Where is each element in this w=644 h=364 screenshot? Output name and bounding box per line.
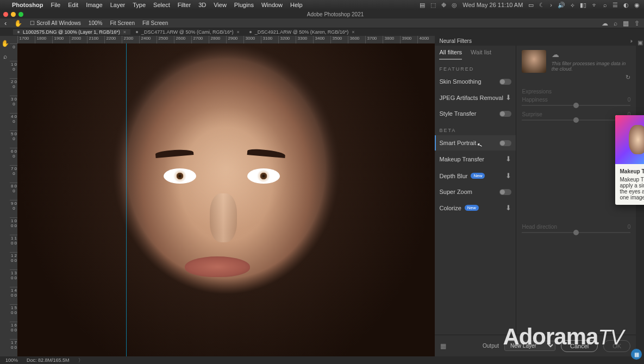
tab-all-filters[interactable]: All filters: [439, 49, 462, 60]
menu-3d[interactable]: 3D: [198, 2, 206, 8]
dropbox-icon[interactable]: ⬚: [430, 2, 436, 9]
menu-help[interactable]: Help: [290, 2, 303, 8]
filter-settings: ☁ This filter processes image data in th…: [516, 46, 636, 335]
head-direction-slider[interactable]: [522, 232, 630, 233]
menu-edit[interactable]: Edit: [68, 2, 78, 8]
display-icon[interactable]: ▭: [528, 2, 534, 9]
menu-window[interactable]: Window: [261, 2, 283, 8]
window-maximize-button[interactable]: [18, 12, 23, 17]
cc-icon[interactable]: ◐: [623, 2, 629, 9]
control-center-icon[interactable]: ☰: [612, 2, 618, 9]
filter-makeup-transfer[interactable]: Makeup Transfer⬇: [435, 150, 516, 167]
menu-plugins[interactable]: Plugins: [234, 2, 254, 8]
tooltip-title: Makeup Transfer: [620, 168, 644, 174]
refresh-icon[interactable]: ↻: [552, 74, 631, 81]
document-tab[interactable]: _DSC4771.ARW @ 50% (Cami, RGB/16*)×: [132, 29, 244, 35]
cloud-docs-icon[interactable]: ☁: [602, 20, 608, 27]
bluetooth-icon[interactable]: ›: [550, 2, 552, 8]
cloud-download-icon[interactable]: ⬇: [505, 172, 511, 180]
corner-badge[interactable]: ▦: [631, 349, 642, 360]
guide-line[interactable]: [126, 43, 127, 356]
options-bar: ‹ ✋ ☐ Scroll All Windows 100% Fit Screen…: [0, 18, 644, 28]
menu-select[interactable]: Select: [153, 2, 170, 8]
search-icon[interactable]: ⌕: [614, 20, 617, 27]
filter-skin-smoothing[interactable]: Skin Smoothing: [435, 74, 516, 89]
surprise-slider[interactable]: [522, 120, 630, 121]
happiness-slider[interactable]: [522, 105, 630, 106]
filter-jpeg-artifacts[interactable]: JPEG Artifacts Removal⬇: [435, 89, 516, 106]
menu-layer[interactable]: Layer: [110, 2, 126, 8]
home-back-button[interactable]: ‹: [4, 19, 7, 27]
cloud-download-icon[interactable]: ⬇: [505, 93, 511, 102]
canvas-area: 1700180019002000210022002300240025002600…: [10, 36, 435, 356]
menu-image[interactable]: Image: [86, 2, 103, 8]
filter-colorize[interactable]: ColorizeNew⬇: [435, 199, 516, 216]
document-tabs: L1002575.DNG @ 100% (Layer 1, RGB/16*)× …: [0, 28, 644, 36]
filter-smart-portrait[interactable]: Smart Portrait: [435, 135, 516, 150]
toggle[interactable]: [499, 189, 511, 195]
panel-title: Neural Filters: [439, 38, 471, 44]
cloud-download-icon[interactable]: ⬇: [505, 204, 511, 212]
share-icon[interactable]: ⇪: [634, 20, 640, 27]
zoom-tool[interactable]: ⌕: [1, 52, 9, 61]
menubar-icon[interactable]: ◎: [452, 2, 457, 9]
dnd-icon[interactable]: ☾: [539, 2, 545, 9]
wifi-icon[interactable]: ⟡: [571, 2, 574, 9]
search-icon[interactable]: ⌕: [603, 2, 607, 8]
preview-grid-icon[interactable]: ▦: [440, 342, 446, 350]
status-doc-size[interactable]: Doc: 82.8M/165.5M: [27, 357, 70, 363]
window-close-button[interactable]: [3, 12, 8, 17]
toggle[interactable]: [499, 140, 511, 146]
properties-icon[interactable]: ▣: [637, 39, 643, 46]
output-label: Output: [483, 343, 499, 349]
wifi-icon[interactable]: ᯤ: [592, 2, 598, 8]
head-direction-label: Head direction: [522, 224, 557, 230]
menu-file[interactable]: File: [51, 2, 60, 8]
zoom-level[interactable]: 100%: [89, 20, 103, 26]
hand-tool[interactable]: ✋: [1, 39, 9, 48]
volume-icon[interactable]: 🔊: [558, 2, 565, 9]
menu-type[interactable]: Type: [133, 2, 146, 8]
filter-style-transfer[interactable]: Style Transfer: [435, 106, 516, 121]
scroll-all-windows-checkbox[interactable]: ☐ Scroll All Windows: [30, 20, 80, 26]
app-titlebar: Adobe Photoshop 2021: [0, 10, 644, 18]
toggle[interactable]: [499, 111, 511, 117]
workspace-icon[interactable]: ▦: [623, 20, 629, 27]
close-icon[interactable]: ×: [237, 29, 240, 35]
toggle[interactable]: [499, 79, 511, 85]
fill-screen-button[interactable]: Fill Screen: [142, 20, 168, 26]
face-thumbnail[interactable]: [522, 50, 546, 73]
window-minimize-button[interactable]: [11, 12, 16, 17]
battery-icon[interactable]: ▮▯: [580, 2, 586, 9]
document-tab[interactable]: L1002575.DNG @ 100% (Layer 1, RGB/16*)×: [13, 29, 130, 35]
menu-filter[interactable]: Filter: [178, 2, 191, 8]
close-icon[interactable]: ×: [352, 29, 354, 35]
tooltip-body: Makeup Transfer attempts to apply a simi…: [620, 177, 644, 200]
portrait-image: [17, 43, 435, 356]
watermark: AdoramaTV: [503, 324, 623, 350]
cloud-download-icon[interactable]: ⬇: [505, 155, 511, 163]
cloud-caption: This filter processes image data in the …: [552, 61, 631, 72]
close-icon[interactable]: ×: [123, 29, 126, 35]
menubar-app-name[interactable]: Photoshop: [12, 2, 43, 8]
mac-menubar: Photoshop File Edit Image Layer Type Sel…: [0, 0, 644, 10]
app-title: Adobe Photoshop 2021: [30, 11, 641, 17]
tab-wait-list[interactable]: Wait list: [471, 49, 491, 60]
fit-screen-button[interactable]: Fit Screen: [110, 20, 135, 26]
menubar-datetime[interactable]: Wed May 26 11:10 AM: [462, 2, 523, 8]
status-flyout-icon[interactable]: 〉: [78, 357, 83, 364]
status-zoom[interactable]: 100%: [5, 357, 18, 363]
collapse-panel-icon[interactable]: ››: [630, 38, 632, 44]
tools-panel: ✋ ⌕: [0, 36, 10, 356]
filter-depth-blur[interactable]: Depth BlurNew⬇: [435, 167, 516, 184]
hand-tool-icon[interactable]: ✋: [14, 20, 22, 27]
menu-view[interactable]: View: [214, 2, 227, 8]
menubar-icon[interactable]: ▤: [420, 2, 425, 9]
siri-icon[interactable]: ◉: [634, 2, 640, 9]
ruler-horizontal: 1700180019002000210022002300240025002600…: [10, 36, 435, 43]
menubar-icon[interactable]: ❉: [441, 2, 446, 9]
filter-super-zoom[interactable]: Super Zoom: [435, 184, 516, 199]
section-label-featured: FEATURED: [435, 60, 516, 74]
document-tab[interactable]: _DSC4921.ARW @ 50% (Karen, RGB/16*)×: [245, 29, 359, 35]
canvas-viewport[interactable]: [17, 43, 435, 356]
